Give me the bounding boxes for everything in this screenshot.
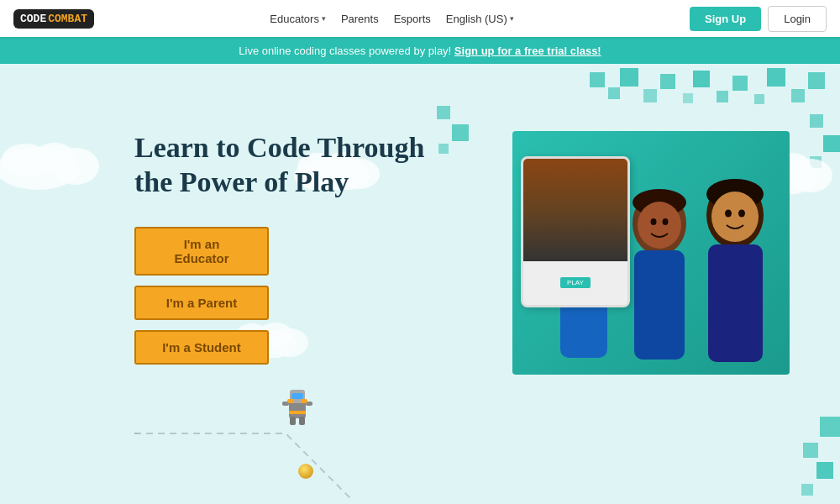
students-photo: PLAY (512, 131, 790, 375)
student-button[interactable]: I'm a Student (134, 330, 269, 365)
svg-point-29 (738, 210, 745, 218)
nav-educators[interactable]: Educators ▾ (270, 13, 326, 25)
navigation-bar: CODE COMBAT Educators ▾ Parents Esports … (0, 0, 840, 37)
svg-point-31 (663, 218, 669, 225)
nav-actions: Sign Up Login (690, 6, 827, 32)
screen-game-content (523, 159, 627, 261)
gold-collectible (298, 464, 313, 479)
svg-rect-43 (287, 399, 294, 403)
svg-rect-21 (708, 244, 763, 362)
banner-trial-link[interactable]: Sign up for a free trial class! (454, 45, 601, 57)
nav-language[interactable]: English (US) ▾ (446, 13, 514, 25)
logo-combat-text: COMBAT (48, 13, 87, 25)
nav-parents[interactable]: Parents (341, 13, 379, 25)
svg-rect-38 (291, 393, 303, 399)
svg-rect-40 (299, 417, 305, 425)
login-button[interactable]: Login (768, 6, 827, 32)
educators-dropdown-arrow: ▾ (322, 14, 326, 23)
cloud-topleft (0, 131, 109, 190)
svg-point-26 (638, 202, 681, 249)
banner-static-text: Live online coding classes powered by pl… (239, 45, 451, 57)
svg-rect-45 (289, 411, 306, 414)
educator-button[interactable]: I'm an Educator (134, 227, 269, 276)
tablet-screen: PLAY (521, 156, 630, 307)
svg-rect-19 (634, 250, 685, 360)
language-dropdown-arrow: ▾ (510, 14, 514, 23)
svg-point-28 (725, 210, 732, 218)
nav-esports[interactable]: Esports (394, 13, 431, 25)
svg-point-11 (789, 159, 832, 192)
screen-bottom: PLAY (523, 261, 627, 305)
svg-point-25 (711, 192, 759, 242)
svg-rect-39 (290, 417, 296, 425)
hero-section: Learn to Code Through the Power of Play … (0, 64, 840, 504)
hero-title: Learn to Code Through the Power of Play (134, 131, 424, 200)
signup-button[interactable]: Sign Up (690, 7, 761, 31)
svg-point-30 (651, 218, 657, 225)
hero-buttons: I'm an Educator I'm a Parent I'm a Stude… (134, 227, 424, 365)
screen-play-btn: PLAY (560, 277, 591, 288)
promo-banner: Live online coding classes powered by pl… (0, 37, 840, 64)
svg-point-3 (52, 148, 99, 185)
game-character-sprite (277, 383, 318, 427)
logo[interactable]: CODE COMBAT (13, 9, 94, 29)
svg-rect-44 (301, 399, 307, 403)
hero-text-area: Learn to Code Through the Power of Play … (134, 131, 424, 365)
nav-links: Educators ▾ Parents Esports English (US)… (270, 13, 513, 25)
logo-code-text: CODE (20, 13, 46, 25)
parent-button[interactable]: I'm a Parent (134, 286, 269, 320)
